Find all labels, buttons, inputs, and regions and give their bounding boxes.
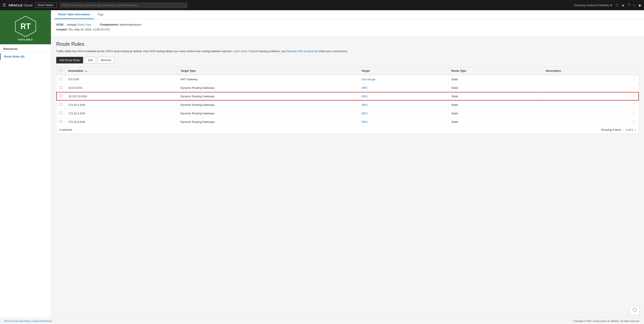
add-route-rules-button[interactable]: Add Route Rules [56,57,83,63]
tab-bar: Route Table Information Tags [51,10,644,19]
description-cell: ⋮ [543,75,639,84]
row-checkbox[interactable] [60,94,62,97]
ocid-field: OCID: ...wwlagq Show Copy [56,23,91,26]
row-checkbox-cell[interactable] [56,92,66,100]
target-type-column-header[interactable]: Target Type [178,67,358,75]
toolbar: Add Route Rules Edit Remove [56,57,639,63]
target-cell[interactable]: hub-nat-gw [358,75,448,84]
network-path-analyzer-link[interactable]: Network Path Analyzer [286,50,314,53]
target-link[interactable]: DRG [362,120,368,123]
route-rules-area: Route Rules Traffic within the VCN is ha… [51,37,644,138]
target-column-header[interactable]: Target [358,67,448,75]
code-icon[interactable]: □ [616,3,618,7]
terms-link[interactable]: Terms of Use and Privacy [4,320,31,322]
row-checkbox-cell[interactable] [56,83,66,92]
route-type-cell: Static [448,117,543,126]
row-checkbox-cell[interactable] [56,117,66,126]
tab-tags[interactable]: Tags [94,10,107,19]
target-cell[interactable]: DRG [358,83,448,92]
sidebar-logo-area: RT AVAILABLE [0,10,51,44]
resources-label: Resources [0,44,51,51]
target-link[interactable]: DRG [362,86,368,89]
target-link[interactable]: hub-nat-gw [362,78,375,81]
target-link[interactable]: DRG [362,95,368,98]
show-link[interactable]: Show [77,23,84,26]
row-checkbox-cell[interactable] [56,75,66,84]
row-checkbox[interactable] [60,103,62,106]
description-column-header[interactable]: Description [543,67,639,75]
row-checkbox[interactable] [60,77,62,80]
oracle-logo: ORACLE Cloud [8,3,32,7]
route-type-cell: Static [448,100,543,109]
description-cell: ⋮ [543,109,639,117]
created-row: Created: Thu, May 16, 2024, 11:00:20 UTC [56,28,639,31]
target-type-cell: Dynamic Routing Gateways [178,83,358,92]
select-all-checkbox[interactable] [60,69,62,72]
table-row: 10.222.10.0/24 Dynamic Routing Gateways … [56,92,639,100]
info-panel: OCID: ...wwlagq Show Copy Compartment: i… [51,19,644,37]
edit-button[interactable]: Edit [85,57,96,63]
row-kebab-menu[interactable]: ⋮ [632,120,636,124]
globe-icon[interactable]: ○ [633,3,636,7]
row-kebab-menu[interactable]: ⋮ [632,103,636,107]
search-input[interactable] [60,2,188,8]
sidebar: RT AVAILABLE Resources Route Rules (6) [0,10,51,318]
remove-button[interactable]: Remove [98,57,114,63]
route-type-column-header[interactable]: Route Type [448,67,543,75]
row-kebab-menu[interactable]: ⋮ [632,77,636,81]
content-area: Route Table Information Tags OCID: ...ww… [51,10,644,318]
ocid-value: ...wwlagq [65,23,76,26]
sidebar-item-route-rules[interactable]: Route Rules (6) [0,53,51,60]
row-kebab-menu[interactable]: ⋮ [632,86,636,90]
row-checkbox[interactable] [60,112,62,114]
table-row: 172.16.3.0/24 Dynamic Routing Gateways D… [56,117,639,126]
learn-more-link[interactable]: Learn more. [233,50,248,53]
row-checkbox-cell[interactable] [56,109,66,117]
target-type-cell: Dynamic Routing Gateways [178,92,358,100]
target-cell[interactable]: DRG [358,117,448,126]
target-type-cell: Dynamic Routing Gateways [178,117,358,126]
sidebar-nav: Route Rules (6) [0,51,51,61]
region-selector[interactable]: Germany Central (Frankfurt) ▼ [574,3,612,7]
sort-arrow-icon: ▲ [85,70,87,72]
help-icon[interactable]: ? [628,3,630,7]
description-cell: ⋮ [543,83,639,92]
cloud-classic-button[interactable]: Cloud Classic › [35,2,57,8]
target-cell[interactable]: DRG [358,92,448,100]
target-cell[interactable]: DRG [358,109,448,117]
compartment-value: iwanhoogendoorn [120,23,142,26]
target-link[interactable]: DRG [362,103,368,106]
target-link[interactable]: DRG [362,112,368,115]
row-checkbox-cell[interactable] [56,100,66,109]
target-cell[interactable]: DRG [358,100,448,109]
tab-route-table-information[interactable]: Route Table Information [54,10,94,19]
table-row: 172.16.1.0/24 Dynamic Routing Gateways D… [56,100,639,109]
table-row: 0.0.0.0/0 NAT Gateway hub-nat-gw Static … [56,75,639,84]
chevron-down-icon: ▼ [610,3,612,7]
destination-column-header[interactable]: Destination ▲ [66,67,178,75]
table-row: 172.16.2.0/24 Dynamic Routing Gateways D… [56,109,639,117]
route-rules-title: Route Rules [56,41,639,47]
description-cell: ⋮ [543,117,639,126]
copy-link[interactable]: Copy [85,23,91,26]
destination-cell: 172.16.1.0/24 [66,100,178,109]
hamburger-menu[interactable]: ☰ [2,3,6,7]
route-table: Destination ▲ Target Type Target Route T… [56,67,639,126]
main-layout: RT AVAILABLE Resources Route Rules (6) R… [0,10,644,318]
nav-right: Germany Central (Frankfurt) ▼ □ ▲ ? ○ ▶ [574,3,642,7]
prev-page-button[interactable]: ‹ [623,128,624,132]
bell-icon[interactable]: ▲ [622,3,625,7]
row-checkbox[interactable] [60,86,62,89]
cookie-link[interactable]: Cookie Preferences [32,320,52,322]
route-type-cell: Static [448,109,543,117]
user-icon[interactable]: ▶ [639,3,642,7]
row-kebab-menu[interactable]: ⋮ [632,94,636,98]
destination-cell: 172.16.2.0/24 [66,109,178,117]
row-checkbox[interactable] [60,120,62,123]
help-fab-button[interactable]: ◯ ⁝ [630,305,640,316]
select-all-header[interactable] [56,67,66,75]
next-page-button[interactable]: › [635,128,636,132]
row-kebab-menu[interactable]: ⋮ [632,111,636,115]
target-type-cell: Dynamic Routing Gateways [178,109,358,117]
route-type-cell: Static [448,92,543,100]
